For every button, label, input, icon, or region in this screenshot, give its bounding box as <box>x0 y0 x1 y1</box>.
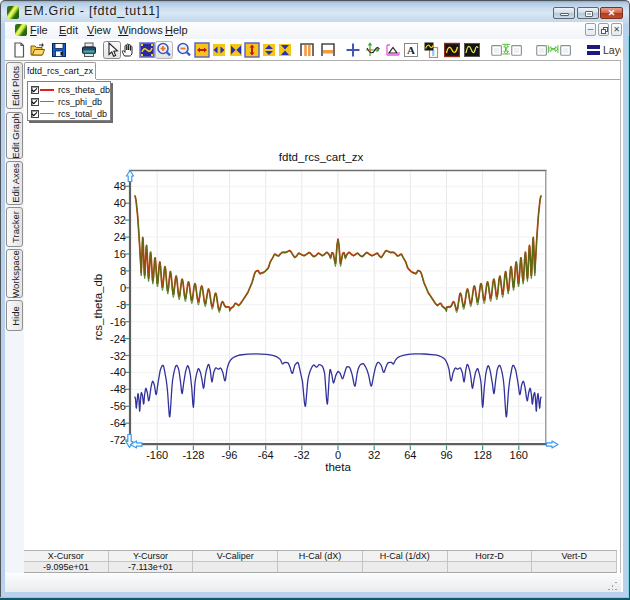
svg-text:128: 128 <box>473 449 491 461</box>
svg-text:-64: -64 <box>110 417 126 429</box>
svg-text:-128: -128 <box>182 449 204 461</box>
svg-text:-96: -96 <box>222 449 238 461</box>
svg-text:160: 160 <box>510 449 528 461</box>
svg-text:-48: -48 <box>110 383 126 395</box>
svg-text:96: 96 <box>440 449 452 461</box>
svg-text:8: 8 <box>120 265 126 277</box>
svg-text:32: 32 <box>368 449 380 461</box>
svg-text:-72: -72 <box>110 434 126 446</box>
svg-text:theta: theta <box>325 461 351 473</box>
svg-text:-32: -32 <box>294 449 310 461</box>
svg-text:64: 64 <box>404 449 416 461</box>
svg-text:0: 0 <box>335 449 341 461</box>
svg-text:-8: -8 <box>116 299 126 311</box>
svg-text:48: 48 <box>114 180 126 192</box>
svg-text:0: 0 <box>120 282 126 294</box>
svg-text:-40: -40 <box>110 366 126 378</box>
svg-text:-160: -160 <box>146 449 168 461</box>
svg-text:32: 32 <box>114 214 126 226</box>
svg-text:rcs_theta_db: rcs_theta_db <box>92 274 104 341</box>
svg-text:24: 24 <box>114 231 126 243</box>
svg-text:-56: -56 <box>110 400 126 412</box>
svg-text:-32: -32 <box>110 350 126 362</box>
svg-text:-64: -64 <box>258 449 274 461</box>
svg-text:-16: -16 <box>110 316 126 328</box>
svg-text:fdtd_rcs_cart_zx: fdtd_rcs_cart_zx <box>279 151 364 163</box>
svg-text:40: 40 <box>114 197 126 209</box>
svg-text:-24: -24 <box>110 333 126 345</box>
svg-text:16: 16 <box>114 248 126 260</box>
